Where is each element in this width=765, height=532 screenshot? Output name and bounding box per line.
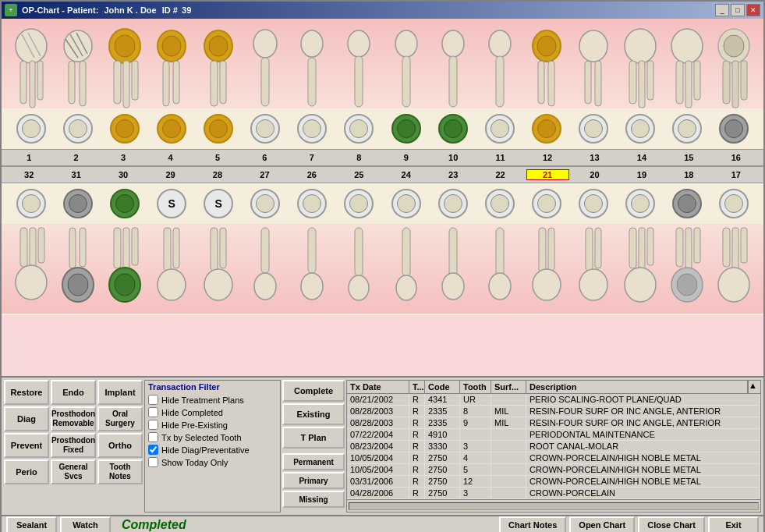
tooth-31-occlusal[interactable] xyxy=(57,189,100,218)
perio-button[interactable]: Perio xyxy=(4,459,49,484)
tooth-21-occlusal[interactable] xyxy=(525,189,568,218)
tooth-24-root[interactable] xyxy=(384,224,427,306)
num-1[interactable]: 1 xyxy=(8,153,51,162)
num-24[interactable]: 24 xyxy=(384,170,427,179)
tooth-8-occlusal[interactable] xyxy=(338,114,381,144)
tooth-9-root[interactable] xyxy=(384,27,427,108)
permanent-button[interactable]: Permanent xyxy=(282,453,345,470)
hide-tx-plans-checkbox[interactable] xyxy=(148,395,158,405)
num-21[interactable]: 21 xyxy=(526,169,569,180)
table-row[interactable]: 04/28/2006 R 2750 3 CROWN-PORCELAIN xyxy=(347,488,760,499)
tooth-6-root[interactable] xyxy=(244,27,287,108)
tooth-14-occlusal[interactable] xyxy=(618,114,661,144)
tooth-23-occlusal[interactable] xyxy=(431,189,474,218)
tooth-32-occlusal[interactable] xyxy=(10,189,53,218)
num-12[interactable]: 12 xyxy=(526,153,569,162)
tooth-18-occlusal[interactable] xyxy=(665,189,708,218)
tooth-28-occlusal[interactable]: S xyxy=(197,189,240,218)
tooth-19-occlusal[interactable] xyxy=(618,189,661,218)
num-10[interactable]: 10 xyxy=(432,153,475,162)
prosthodon-fixed-button[interactable]: Prosthodon Fixed xyxy=(51,433,96,458)
tooth-26-occlusal[interactable] xyxy=(291,189,334,218)
num-23[interactable]: 23 xyxy=(432,170,475,179)
watch-button[interactable]: Watch xyxy=(60,516,111,532)
tooth-20-root[interactable] xyxy=(572,224,614,306)
tooth-10-root[interactable] xyxy=(431,27,474,108)
tooth-25-root[interactable] xyxy=(338,224,381,306)
tooth-5-occlusal[interactable] xyxy=(197,114,240,144)
table-row[interactable]: 10/05/2004 R 2750 4 CROWN-PORCELAIN/HIGH… xyxy=(347,452,760,464)
num-26[interactable]: 26 xyxy=(290,170,333,179)
tooth-1-root[interactable] xyxy=(10,27,53,108)
tooth-22-root[interactable] xyxy=(478,224,521,306)
implant-button[interactable]: Implant xyxy=(97,380,143,405)
table-body[interactable]: 08/21/2002 R 4341 UR PERIO SCALING-ROOT … xyxy=(347,394,760,499)
num-5[interactable]: 5 xyxy=(196,153,239,162)
num-25[interactable]: 25 xyxy=(338,170,381,179)
tooth-11-root[interactable] xyxy=(478,27,521,108)
tooth-7-occlusal[interactable] xyxy=(291,114,334,144)
num-16[interactable]: 16 xyxy=(714,153,757,162)
hide-pre-existing-checkbox[interactable] xyxy=(148,420,158,430)
close-chart-button[interactable]: Close Chart xyxy=(638,516,705,532)
tx-selected-tooth-checkbox[interactable] xyxy=(148,432,158,442)
tooth-17-occlusal[interactable] xyxy=(712,189,755,218)
tooth-2-root[interactable] xyxy=(57,27,100,108)
maximize-button[interactable]: □ xyxy=(731,4,745,16)
num-14[interactable]: 14 xyxy=(620,153,663,162)
tooth-1-occlusal[interactable] xyxy=(10,114,53,144)
num-11[interactable]: 11 xyxy=(479,153,522,162)
tooth-13-root[interactable] xyxy=(572,27,614,108)
tooth-27-root[interactable] xyxy=(244,224,287,306)
tooth-12-occlusal[interactable] xyxy=(525,114,568,144)
prevent-button[interactable]: Prevent xyxy=(4,433,49,458)
tooth-30-occlusal[interactable] xyxy=(104,189,147,218)
existing-filter-button[interactable]: Existing xyxy=(282,403,345,425)
num-9[interactable]: 9 xyxy=(384,153,427,162)
num-7[interactable]: 7 xyxy=(290,153,333,162)
num-3[interactable]: 3 xyxy=(102,153,145,162)
table-row[interactable]: 10/05/2004 R 2750 5 CROWN-PORCELAIN/HIGH… xyxy=(347,464,760,476)
complete-filter-button[interactable]: Complete xyxy=(282,380,345,402)
tooth-20-occlusal[interactable] xyxy=(572,189,614,218)
chart-notes-button[interactable]: Chart Notes xyxy=(499,516,566,532)
scroll-up-arrow[interactable]: ▲ xyxy=(748,381,760,393)
ortho-button[interactable]: Ortho xyxy=(97,433,143,458)
tooth-26-root[interactable] xyxy=(291,224,334,306)
table-row[interactable]: 08/28/2003 R 2335 8 MIL RESIN-FOUR SURF … xyxy=(347,406,760,417)
oral-surgery-button[interactable]: Oral Surgery xyxy=(97,406,143,431)
exit-button[interactable]: Exit xyxy=(708,516,759,532)
tooth-27-occlusal[interactable] xyxy=(244,189,287,218)
tooth-9-occlusal[interactable] xyxy=(384,114,427,144)
tooth-notes-button[interactable]: Tooth Notes xyxy=(97,459,143,484)
hide-completed-checkbox[interactable] xyxy=(148,407,158,417)
tooth-21-root[interactable] xyxy=(525,224,568,306)
num-29[interactable]: 29 xyxy=(149,170,192,179)
tooth-23-root[interactable] xyxy=(431,224,474,306)
tooth-4-occlusal[interactable] xyxy=(151,114,193,144)
tooth-5-root[interactable] xyxy=(197,27,240,108)
tooth-12-root[interactable] xyxy=(525,27,568,108)
restore-button[interactable]: Restore xyxy=(4,380,49,405)
prosthodon-removable-button[interactable]: Prosthodon Removable xyxy=(51,406,96,431)
tooth-15-occlusal[interactable] xyxy=(665,114,708,144)
endo-button[interactable]: Endo xyxy=(51,380,96,405)
tooth-29-occlusal[interactable]: S xyxy=(151,189,193,218)
tooth-24-occlusal[interactable] xyxy=(384,189,427,218)
num-8[interactable]: 8 xyxy=(338,153,381,162)
tooth-3-root[interactable] xyxy=(104,27,147,108)
tooth-25-occlusal[interactable] xyxy=(338,189,381,218)
tooth-2-occlusal[interactable] xyxy=(57,114,100,144)
table-row[interactable]: 08/23/2004 R 3330 3 ROOT CANAL-MOLAR xyxy=(347,441,760,452)
num-28[interactable]: 28 xyxy=(196,170,239,179)
tooth-16-root[interactable] xyxy=(712,27,755,108)
tooth-18-root[interactable] xyxy=(665,224,708,306)
num-17[interactable]: 17 xyxy=(714,170,757,179)
table-row[interactable]: 08/21/2002 R 4341 UR PERIO SCALING-ROOT … xyxy=(347,394,760,406)
open-chart-button[interactable]: Open Chart xyxy=(569,516,635,532)
num-4[interactable]: 4 xyxy=(149,153,192,162)
close-button[interactable]: ✕ xyxy=(746,4,760,16)
tooth-17-root[interactable] xyxy=(712,224,755,306)
tooth-28-root[interactable] xyxy=(197,224,240,306)
num-18[interactable]: 18 xyxy=(668,170,710,179)
